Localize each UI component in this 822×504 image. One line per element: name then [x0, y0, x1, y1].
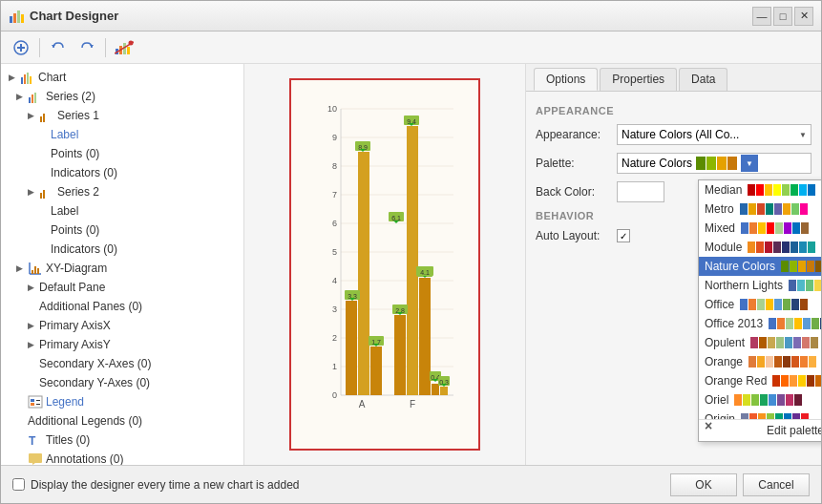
series1-icon — [39, 108, 54, 123]
tree-item-series2[interactable]: ▶ Series (2) — [1, 87, 243, 106]
tree-label-series1: Series 1 — [57, 109, 99, 122]
tree-item-series2node[interactable]: ▶ Series 2 — [1, 182, 243, 201]
svg-rect-27 — [32, 270, 33, 274]
display-designer-checkbox-row: Display the designer every time a new ch… — [12, 478, 299, 492]
tree-item-secondaryy[interactable]: Secondary Y-Axes (0) — [1, 373, 243, 392]
ok-button[interactable]: OK — [670, 473, 737, 496]
cs — [791, 203, 799, 215]
tree-item-annotations[interactable]: Annotations (0) — [1, 450, 243, 465]
cs — [815, 261, 821, 272]
dropdown-close[interactable]: × — [705, 418, 712, 433]
tab-data[interactable]: Data — [679, 68, 727, 91]
redo-button[interactable] — [74, 36, 99, 59]
add-button[interactable] — [9, 36, 33, 59]
tree-item-legend[interactable]: Legend — [1, 392, 243, 411]
cs — [741, 222, 748, 234]
tab-properties[interactable]: Properties — [600, 68, 677, 91]
dropdown-item-oriel[interactable]: Oriel — [699, 390, 821, 410]
cs — [767, 222, 774, 234]
svg-text:7: 7 — [332, 190, 337, 200]
palette-dropdown-btn[interactable]: ▼ — [741, 155, 758, 172]
tree-label-indicators1: Indicators (0) — [51, 166, 117, 179]
cancel-button[interactable]: Cancel — [743, 473, 810, 496]
dropdown-item-office2013[interactable]: Office 2013 — [699, 314, 821, 333]
tab-options[interactable]: Options — [534, 68, 598, 91]
dropdown-item-module[interactable]: Module — [699, 238, 821, 257]
tree-item-defaultpane[interactable]: ▶ Default Pane — [1, 278, 243, 297]
cs — [748, 203, 756, 215]
dropdown-item-office[interactable]: Office — [699, 295, 821, 314]
cs — [797, 280, 805, 291]
tree-item-label2[interactable]: Label — [1, 201, 243, 220]
tree-item-xydiagram[interactable]: ▶ XY-Diagram — [1, 259, 243, 278]
undo-button[interactable] — [46, 36, 71, 59]
tree-item-label1[interactable]: Label — [1, 125, 243, 144]
chart-icon — [20, 70, 35, 85]
arrow-series1: ▶ — [28, 111, 37, 120]
dropdown-item-metro[interactable]: Metro — [699, 200, 821, 219]
svg-text:9: 9 — [332, 133, 337, 142]
tree-item-points2[interactable]: Points (0) — [1, 220, 243, 240]
svg-rect-15 — [24, 74, 26, 84]
tree-item-primaryy[interactable]: ▶ Primary AxisY — [1, 335, 243, 354]
chart-svg: 0 1 2 3 4 5 6 7 8 9 10 — [320, 90, 463, 414]
bar-a2 — [358, 152, 369, 395]
title-bar-controls: — □ ✕ — [752, 7, 813, 26]
dropdown-arrow: ▼ — [799, 131, 807, 139]
tree-item-primaryx[interactable]: ▶ Primary AxisX — [1, 316, 243, 335]
tree-label-points1: Points (0) — [51, 147, 99, 160]
cs — [793, 337, 801, 348]
minimize-button[interactable]: — — [752, 7, 771, 26]
cs — [775, 413, 783, 419]
cs — [777, 394, 785, 406]
dropdown-item-orange[interactable]: Orange — [699, 352, 821, 371]
cs — [790, 242, 798, 253]
tree-item-indicators1[interactable]: Indicators (0) — [1, 163, 243, 182]
palette-select[interactable]: Nature Colors ▼ — [617, 153, 811, 174]
dropdown-item-label-opulent: Opulent — [705, 336, 745, 349]
dropdown-item-mixed[interactable]: Mixed — [699, 219, 821, 238]
tree-item-addpanes[interactable]: Additional Panes (0) — [1, 297, 243, 316]
tree-item-points1[interactable]: Points (0) — [1, 144, 243, 163]
cs — [760, 394, 768, 406]
edit-palettes-button[interactable]: Edit palettes... — [767, 424, 821, 437]
display-designer-checkbox[interactable] — [12, 478, 25, 491]
cs — [798, 375, 806, 387]
dropdown-item-opulent[interactable]: Opulent — [699, 333, 821, 352]
auto-layout-checkbox[interactable]: ✓ — [617, 229, 630, 242]
bar-f3 — [419, 278, 431, 395]
chart-button[interactable] — [112, 36, 137, 59]
svg-rect-1 — [13, 13, 16, 23]
palette-row: Palette: Nature Colors ▼ — [536, 153, 811, 174]
backcolor-box[interactable] — [617, 181, 664, 202]
arrow-series: ▶ — [16, 92, 26, 101]
tree-item-indicators2[interactable]: Indicators (0) — [1, 240, 243, 259]
tree-view[interactable]: ▶ Chart ▶ — [1, 64, 243, 465]
dropdown-item-median[interactable]: Median — [699, 180, 821, 200]
svg-text:8: 8 — [332, 161, 337, 171]
dropdown-item-orangered[interactable]: Orange Red — [699, 371, 821, 390]
maximize-button[interactable]: □ — [773, 7, 792, 26]
svg-rect-12 — [127, 47, 130, 54]
dropdown-item-label-mixed: Mixed — [705, 221, 735, 235]
cs — [794, 394, 802, 406]
close-button[interactable]: ✕ — [794, 7, 813, 26]
dropdown-item-nature-colors[interactable]: Nature Colors — [699, 257, 821, 276]
cs — [767, 413, 774, 419]
swatch-4 — [727, 157, 737, 170]
tree-item-chart[interactable]: ▶ Chart — [1, 68, 243, 87]
dropdown-list[interactable]: Median — [699, 180, 821, 419]
dropdown-item-origin[interactable]: Origin — [699, 410, 821, 419]
svg-rect-17 — [30, 76, 32, 84]
tree-item-series1[interactable]: ▶ Series 1 — [1, 106, 243, 125]
chart-preview-area: 0 1 2 3 4 5 6 7 8 9 10 — [244, 64, 525, 465]
svg-rect-0 — [10, 16, 12, 23]
dropdown-footer: Edit palettes... — [699, 419, 821, 441]
dropdown-item-northern[interactable]: Northern Lights — [699, 276, 821, 295]
svg-marker-7 — [52, 45, 55, 48]
appearance-select[interactable]: Nature Colors (All Co... ▼ — [617, 124, 811, 145]
tree-item-titles[interactable]: T Titles (0) — [1, 430, 243, 450]
tree-item-addlegends[interactable]: Additional Legends (0) — [1, 411, 243, 430]
tree-item-secondaryx[interactable]: Secondary X-Axes (0) — [1, 354, 243, 373]
cs — [807, 261, 814, 272]
